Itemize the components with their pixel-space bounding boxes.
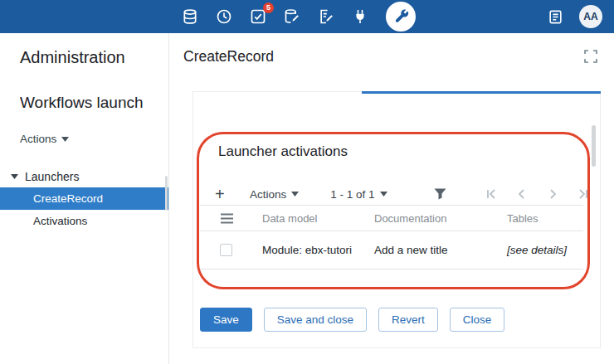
top-navigation-bar: 5 (0, 0, 614, 33)
cell-data-model: Module: ebx-tutori (262, 244, 374, 256)
tree-root-label: Launchers (25, 170, 79, 183)
fullscreen-expand-icon[interactable] (584, 50, 597, 63)
wrench-icon (392, 8, 409, 25)
tree-node-launchers[interactable]: Launchers (0, 165, 168, 187)
activations-table: Data model Documentation Tables Module: … (200, 205, 583, 269)
plug-icon[interactable] (351, 8, 368, 26)
cell-documentation: Add a new title (374, 244, 507, 256)
form-edit-icon[interactable] (317, 8, 334, 26)
revert-button[interactable]: Revert (378, 308, 438, 332)
save-and-close-button[interactable]: Save and close (264, 308, 367, 332)
pagination-range-label: 1 - 1 of 1 (330, 188, 374, 201)
toolbar-actions-menu[interactable]: Actions (250, 188, 299, 201)
next-page-icon[interactable] (548, 189, 558, 199)
history-clock-icon[interactable] (215, 8, 232, 26)
panel-scrollbar-thumb[interactable] (592, 125, 596, 167)
first-page-icon[interactable] (486, 189, 496, 199)
sidebar-item-activations[interactable]: Activations (0, 210, 168, 232)
notification-badge: 5 (263, 2, 274, 13)
main-content: CreateRecord Launcher activations + Acti… (170, 33, 614, 364)
datasets-icon[interactable] (181, 8, 198, 26)
wrench-active-tool[interactable] (386, 2, 416, 32)
caret-down-icon (380, 192, 387, 197)
table-toolbar: + Actions 1 - 1 of 1 (215, 182, 588, 206)
caret-down-icon (61, 137, 69, 142)
launcher-activations-panel: Launcher activations + Actions 1 - 1 of … (192, 91, 601, 348)
filter-funnel-icon[interactable] (434, 188, 446, 200)
row-select-cell (200, 244, 262, 256)
log-console-icon[interactable] (547, 8, 564, 26)
caret-down-icon (291, 192, 299, 197)
active-tab-indicator (362, 91, 601, 94)
page-title: CreateRecord (183, 48, 274, 66)
toolbar-actions-label: Actions (250, 188, 286, 201)
pagination-controls (486, 189, 588, 199)
pagination-range-selector[interactable]: 1 - 1 of 1 (330, 188, 387, 201)
table-header-row: Data model Documentation Tables (200, 205, 583, 231)
sidebar-item-createrecord[interactable]: CreateRecord (0, 187, 168, 210)
tasks-icon[interactable]: 5 (249, 8, 266, 26)
sidebar-section-title: Workflows launch (20, 94, 168, 112)
previous-page-icon[interactable] (517, 189, 527, 199)
last-page-icon[interactable] (578, 189, 588, 199)
table-row[interactable]: Module: ebx-tutori Add a new title [see … (200, 231, 583, 269)
hamburger-menu-icon[interactable] (220, 213, 234, 224)
header-tables: Tables (507, 212, 583, 225)
add-record-button[interactable]: + (215, 186, 228, 202)
topbar-right-group: AA (547, 0, 602, 33)
form-buttons: Save Save and close Revert Close (200, 308, 504, 332)
user-avatar[interactable]: AA (579, 5, 602, 28)
row-checkbox[interactable] (220, 244, 232, 256)
close-button[interactable]: Close (450, 308, 505, 332)
main-header: CreateRecord (170, 33, 614, 80)
table-menu-cell (200, 213, 262, 224)
save-button[interactable]: Save (200, 308, 252, 332)
chevron-down-icon (11, 174, 18, 179)
actions-dropdown-label: Actions (20, 133, 56, 145)
navigation-tree: Launchers CreateRecord Activations (0, 165, 168, 232)
sidebar: Administration Workflows launch Actions … (0, 33, 169, 364)
sidebar-scrollbar-thumb[interactable] (165, 176, 168, 211)
header-data-model: Data model (262, 212, 374, 225)
actions-dropdown[interactable]: Actions (20, 133, 69, 145)
topbar-tool-icons: 5 (181, 0, 416, 33)
cell-tables-see-details[interactable]: [see details] (507, 244, 583, 256)
sidebar-title: Administration (20, 48, 168, 67)
section-title: Launcher activations (218, 143, 348, 160)
dataset-edit-icon[interactable] (283, 8, 300, 26)
header-documentation: Documentation (374, 212, 507, 225)
